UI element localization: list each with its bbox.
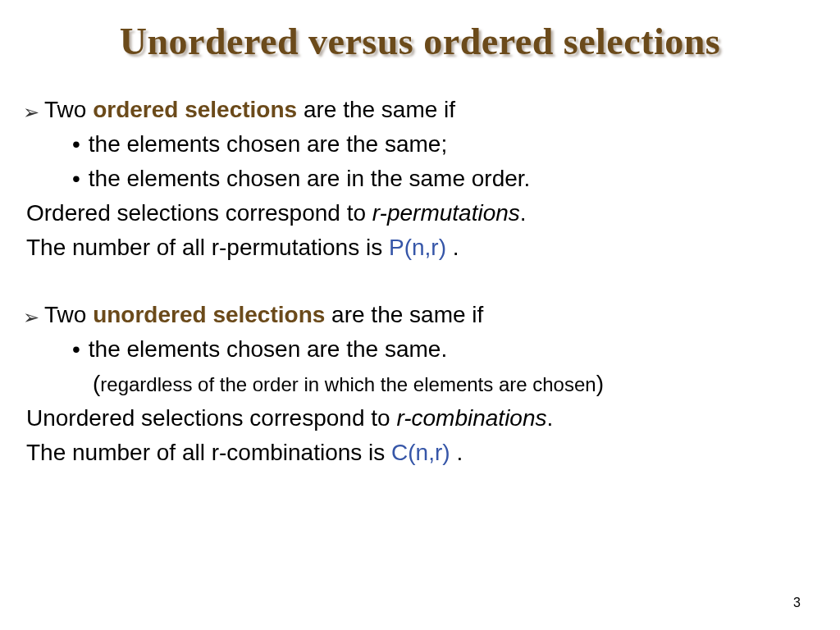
text-prefix: Two	[44, 97, 93, 122]
text-pre: The number of all r-permutations is	[26, 235, 389, 260]
unordered-line4: The number of all r-combinations is C(n,…	[26, 436, 817, 470]
unordered-sub1-text: the elements chosen are the same.	[89, 332, 447, 367]
chevron-right-icon: ➢	[23, 303, 39, 332]
ordered-line3: Ordered selections correspond to r-permu…	[26, 196, 817, 231]
slide-content: ➢ Two ordered selections are the same if…	[23, 93, 817, 470]
text-suffix: are the same if	[297, 97, 455, 122]
unordered-lead: ➢ Two unordered selections are the same …	[23, 298, 817, 332]
unordered-line3: Unordered selections correspond to r-com…	[26, 401, 817, 436]
bullet-dot-icon: •	[72, 127, 80, 162]
text-post: .	[446, 235, 459, 260]
text-post: .	[450, 440, 463, 465]
ordered-lead-text: Two ordered selections are the same if	[44, 93, 455, 127]
ordered-lead: ➢ Two ordered selections are the same if	[23, 93, 817, 127]
open-paren: (	[93, 371, 100, 396]
ordered-sub1-text: the elements chosen are the same;	[89, 127, 447, 162]
ordered-sub1: • the elements chosen are the same;	[23, 127, 817, 162]
ordered-line4: The number of all r-permutations is P(n,…	[26, 231, 817, 265]
text-emphasis: ordered selections	[93, 97, 297, 122]
text-emphasis: unordered selections	[93, 302, 325, 327]
slide-title: Unordered versus ordered selections	[23, 20, 817, 63]
unordered-sub1: • the elements chosen are the same.	[23, 332, 817, 367]
formula-cnr: C(n,r)	[391, 440, 450, 465]
text-suffix: are the same if	[325, 302, 483, 327]
section-gap	[23, 265, 817, 298]
text-prefix: Two	[44, 302, 93, 327]
chevron-right-icon: ➢	[23, 98, 39, 127]
text-italic: r-combinations	[396, 405, 546, 431]
ordered-sub2: • the elements chosen are in the same or…	[23, 162, 817, 196]
ordered-sub2-text: the elements chosen are in the same orde…	[89, 162, 531, 196]
text-pre: The number of all r-combinations is	[26, 440, 391, 465]
text-post: .	[520, 200, 527, 226]
bullet-dot-icon: •	[72, 332, 80, 367]
unordered-note: (regardless of the order in which the el…	[93, 367, 817, 401]
text-pre: Unordered selections correspond to	[26, 405, 396, 431]
text-pre: Ordered selections correspond to	[26, 200, 372, 226]
note-text: regardless of the order in which the ele…	[100, 373, 596, 395]
text-post: .	[547, 405, 554, 431]
close-paren: )	[596, 371, 604, 396]
bullet-dot-icon: •	[72, 162, 80, 196]
unordered-lead-text: Two unordered selections are the same if	[44, 298, 483, 332]
page-number: 3	[793, 596, 801, 610]
formula-pnr: P(n,r)	[389, 235, 446, 260]
text-italic: r-permutations	[372, 200, 520, 226]
